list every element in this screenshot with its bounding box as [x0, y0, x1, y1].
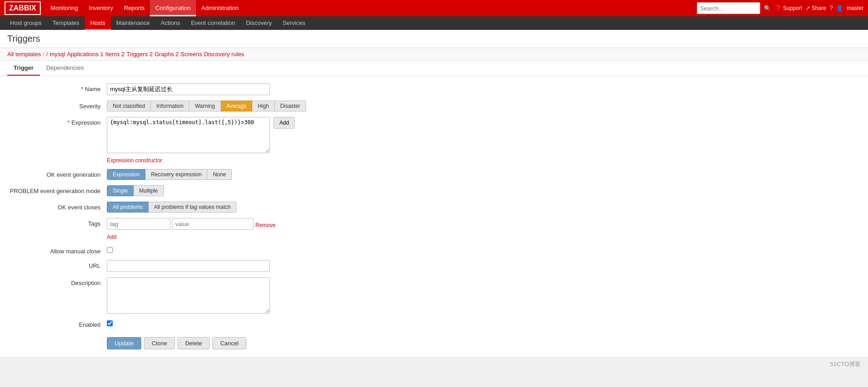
sub-nav-maintenance[interactable]: Maintenance	[111, 16, 155, 30]
value-input[interactable]	[172, 218, 254, 230]
breadcrumb-graphs[interactable]: Triggers 2	[126, 51, 153, 58]
description-row: Description	[7, 277, 861, 314]
sub-nav-discovery[interactable]: Discovery	[240, 16, 277, 30]
breadcrumb-screens[interactable]: Graphs 2	[154, 51, 178, 58]
ok-event-closes-all-problems[interactable]: All problems	[107, 202, 149, 213]
severity-label: Severity	[7, 101, 107, 110]
support-link[interactable]: ❓ Support	[775, 5, 802, 11]
breadcrumb-sep-0: /	[43, 51, 44, 58]
enabled-row: Enabled	[7, 319, 861, 328]
footer-text: 51CTO博客	[830, 361, 861, 368]
expression-add-button[interactable]: Add	[273, 117, 295, 129]
clone-button[interactable]: Clone	[144, 337, 175, 349]
remove-tag-link[interactable]: Remove	[255, 220, 276, 228]
problem-event-mode-row: PROBLEM event generation mode Single Mul…	[7, 185, 861, 196]
ok-event-control-group: Expression Recovery expression None	[107, 169, 861, 180]
page-header: Triggers	[0, 30, 868, 48]
expression-row: * Expression {mysql:mysql.status[timeout…	[7, 117, 861, 164]
problem-event-mode-label: PROBLEM event generation mode	[7, 185, 107, 194]
breadcrumb-triggers[interactable]: Items 2	[106, 51, 125, 58]
severity-not-classified[interactable]: Not classified	[107, 101, 151, 111]
severity-disaster[interactable]: Disaster	[275, 101, 306, 111]
sub-nav-templates[interactable]: Templates	[47, 16, 85, 30]
expression-block: {mysql:mysql.status[timeout].last({,5})}…	[107, 117, 295, 153]
ok-event-generation-row: OK event generation Expression Recovery …	[7, 169, 861, 180]
severity-average[interactable]: Average	[221, 101, 252, 111]
severity-warning[interactable]: Warning	[189, 101, 221, 111]
breadcrumb-web-scenarios[interactable]: Discovery rules	[204, 51, 244, 58]
breadcrumb: All templates / / mysql Applications 1 I…	[0, 48, 868, 61]
ok-event-toggle-group: Expression Recovery expression None	[107, 169, 232, 180]
expression-constructor-container: Expression constructor	[107, 157, 861, 164]
enabled-control-group	[107, 319, 861, 326]
tags-row: Tags Remove Add	[7, 218, 861, 240]
user-icon[interactable]: 👤	[836, 5, 843, 11]
sub-nav-host-groups[interactable]: Host groups	[5, 16, 47, 30]
nav-configuration[interactable]: Configuration	[150, 0, 196, 16]
page-title: Triggers	[7, 34, 861, 44]
add-tag-link[interactable]: Add	[107, 234, 116, 240]
allow-manual-close-control-group	[107, 246, 861, 253]
breadcrumb-items[interactable]: Applications 1	[67, 51, 104, 58]
problem-event-control-group: Single Multiple	[107, 185, 861, 196]
severity-row: Severity Not classified Information Warn…	[7, 101, 861, 111]
tab-trigger[interactable]: Trigger	[7, 61, 40, 76]
severity-high[interactable]: High	[252, 101, 275, 111]
description-label: Description	[7, 277, 107, 286]
footer: 51CTO博客	[0, 357, 868, 372]
sub-nav-event-correlation[interactable]: Event correlation	[186, 16, 241, 30]
url-row: URL	[7, 260, 861, 272]
app-logo: ZABBIX	[5, 1, 41, 15]
problem-event-single[interactable]: Single	[107, 185, 134, 196]
search-icon[interactable]: 🔍	[764, 5, 771, 12]
expression-constructor-link[interactable]: Expression constructor	[107, 157, 162, 164]
severity-button-group: Not classified Information Warning Avera…	[107, 101, 306, 111]
tags-input-row: Remove	[107, 218, 276, 230]
url-control-group	[107, 260, 861, 272]
cancel-button[interactable]: Cancel	[212, 337, 246, 349]
ok-event-closes-tag-values[interactable]: All problems if tag values match	[149, 202, 236, 213]
nav-reports[interactable]: Reports	[119, 0, 150, 16]
tag-input[interactable]	[107, 218, 170, 230]
allow-manual-close-label: Allow manual close	[7, 246, 107, 255]
delete-button[interactable]: Delete	[177, 337, 210, 349]
nav-inventory[interactable]: Inventory	[83, 0, 118, 16]
severity-control-group: Not classified Information Warning Avera…	[107, 101, 861, 111]
url-label: URL	[7, 260, 107, 269]
search-input[interactable]	[697, 2, 760, 14]
top-nav-right: 🔍 ❓ Support ↗ Share ? 👤 master	[697, 2, 863, 14]
name-label: * Name	[7, 83, 107, 92]
sub-nav-services[interactable]: Services	[277, 16, 311, 30]
share-link[interactable]: ↗ Share	[806, 5, 826, 11]
breadcrumb-applications[interactable]: mysql	[50, 51, 65, 58]
tags-control-group: Remove Add	[107, 218, 861, 240]
ok-event-none[interactable]: None	[207, 169, 232, 180]
enabled-checkbox[interactable]	[107, 320, 113, 326]
ok-event-closes-label: OK event closes	[7, 202, 107, 211]
ok-event-expression[interactable]: Expression	[107, 169, 145, 180]
expression-control-group: {mysql:mysql.status[timeout].last({,5})}…	[107, 117, 861, 164]
name-input[interactable]	[107, 83, 270, 95]
enabled-label: Enabled	[7, 319, 107, 328]
bottom-buttons: Update Clone Delete Cancel	[107, 337, 861, 349]
severity-information[interactable]: Information	[151, 101, 189, 111]
name-row: * Name	[7, 83, 861, 95]
breadcrumb-discovery-rules[interactable]: Screens	[181, 51, 202, 58]
help-link[interactable]: ?	[830, 5, 833, 11]
description-textarea[interactable]	[107, 277, 270, 314]
breadcrumb-mysql[interactable]: /	[46, 51, 48, 58]
tab-dependencies[interactable]: Dependencies	[40, 61, 90, 76]
sub-nav-actions[interactable]: Actions	[155, 16, 186, 30]
main-content: * Name Severity Not classified Informati…	[0, 76, 868, 357]
nav-monitoring[interactable]: Monitoring	[45, 0, 84, 16]
url-input[interactable]	[107, 260, 270, 272]
nav-administration[interactable]: Administration	[196, 0, 244, 16]
ok-event-recovery-expression[interactable]: Recovery expression	[145, 169, 207, 180]
expression-label: * Expression	[7, 117, 107, 126]
update-button[interactable]: Update	[107, 337, 141, 349]
breadcrumb-all-templates[interactable]: All templates	[7, 51, 41, 58]
problem-event-multiple[interactable]: Multiple	[134, 185, 163, 196]
sub-nav-hosts[interactable]: Hosts	[85, 16, 110, 30]
expression-textarea[interactable]: {mysql:mysql.status[timeout].last({,5})}…	[107, 117, 270, 153]
allow-manual-close-checkbox[interactable]	[107, 247, 113, 253]
